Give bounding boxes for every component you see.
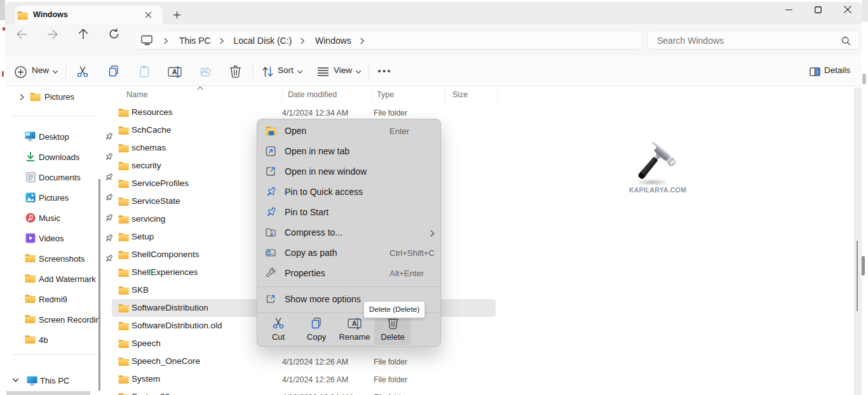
svg-text:A: A: [172, 68, 177, 76]
svg-text:A: A: [352, 319, 357, 327]
svg-text:KAPILARYA.COM: KAPILARYA.COM: [629, 186, 686, 194]
